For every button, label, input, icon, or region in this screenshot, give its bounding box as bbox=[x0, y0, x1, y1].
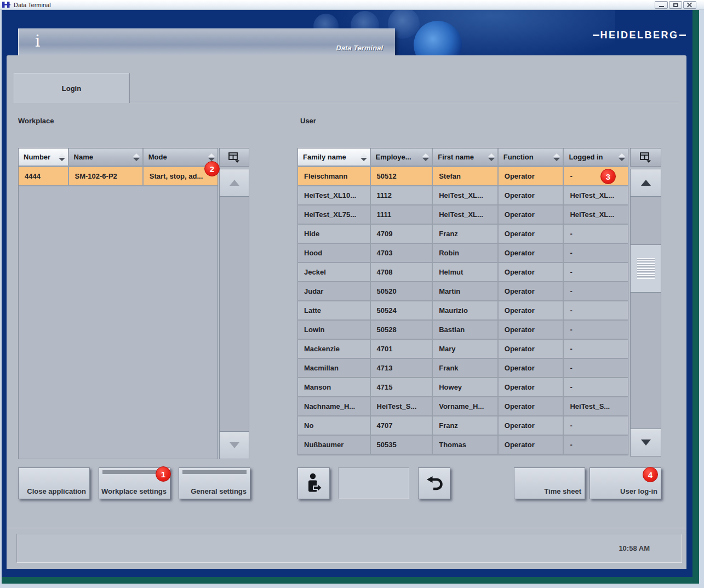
table-row[interactable]: Manson4715HoweyOperator- bbox=[298, 378, 628, 397]
disabled-input-field bbox=[338, 467, 409, 499]
maximize-icon bbox=[673, 3, 678, 7]
sort-icon bbox=[56, 153, 65, 161]
scroll-down-button[interactable] bbox=[631, 429, 661, 456]
close-button[interactable] bbox=[683, 1, 696, 9]
main-panel: Login Workplace User NumberNameMode 4444… bbox=[7, 55, 686, 528]
table-cell: Mary bbox=[433, 340, 499, 358]
table-row[interactable]: HeiTest_XL10...1112HeiTest_XL...Operator… bbox=[298, 186, 628, 205]
table-cell: Operator bbox=[499, 321, 564, 339]
maximize-button[interactable] bbox=[669, 1, 682, 9]
user-logout-icon bbox=[305, 473, 323, 494]
table-cell: Operator bbox=[499, 225, 564, 243]
undo-button[interactable] bbox=[418, 467, 450, 499]
column-header-employe[interactable]: Employe... bbox=[371, 149, 433, 165]
column-header-number[interactable]: Number bbox=[19, 149, 69, 165]
column-header-name[interactable]: Name bbox=[69, 149, 144, 165]
column-header-label: Family name bbox=[303, 153, 346, 161]
table-row[interactable]: No4707FranzOperator- bbox=[298, 416, 628, 436]
scroll-track[interactable] bbox=[220, 197, 249, 431]
tab-login[interactable]: Login bbox=[14, 73, 130, 103]
table-row[interactable]: Jeckel4708HelmutOperator- bbox=[298, 263, 628, 282]
scroll-up-button[interactable] bbox=[220, 169, 249, 197]
user-card-button[interactable] bbox=[297, 467, 330, 499]
close-application-button[interactable]: Close application bbox=[18, 467, 90, 499]
table-cell: - bbox=[564, 301, 628, 319]
workplace-table-scrollbar bbox=[219, 148, 249, 459]
table-cell: Operator bbox=[499, 416, 564, 435]
minimize-icon bbox=[659, 6, 664, 7]
table-cell: Macmillan bbox=[298, 359, 371, 377]
scroll-thumb[interactable] bbox=[631, 244, 661, 293]
sort-icon bbox=[616, 153, 625, 161]
scroll-down-icon bbox=[641, 439, 651, 446]
table-cell: 50528 bbox=[371, 321, 433, 339]
minimize-button[interactable] bbox=[655, 1, 668, 9]
table-cell: Franz bbox=[433, 416, 499, 435]
table-cell: 50524 bbox=[371, 301, 433, 319]
brand-text: HEIDELBERG bbox=[600, 30, 678, 41]
user-section-label: User bbox=[300, 117, 316, 125]
table-row[interactable]: Hood4703RobinOperator- bbox=[298, 244, 628, 263]
table-cell: 4713 bbox=[371, 359, 433, 377]
table-cell: HeiTest_XL... bbox=[433, 205, 499, 224]
table-row[interactable]: Fleischmann50512StefanOperator- bbox=[298, 167, 628, 186]
user-column-config-button[interactable] bbox=[630, 148, 661, 167]
table-cell: - bbox=[564, 359, 628, 377]
table-row[interactable]: Macmillan4713FrankOperator- bbox=[298, 359, 628, 378]
scroll-track[interactable] bbox=[631, 197, 661, 429]
table-cell: SM-102-6-P2 bbox=[69, 167, 144, 185]
table-cell: Thomas bbox=[433, 436, 499, 454]
table-cell: - bbox=[564, 244, 628, 262]
column-header-label: Function bbox=[503, 153, 534, 161]
table-cell: Jeckel bbox=[298, 263, 371, 281]
info-icon: i bbox=[35, 33, 40, 49]
table-row[interactable]: Lowin50528BastianOperator- bbox=[298, 321, 628, 340]
table-cell: Operator bbox=[499, 301, 564, 319]
scroll-up-button[interactable] bbox=[631, 169, 661, 197]
window-titlebar[interactable]: Data Terminal bbox=[0, 0, 704, 10]
column-header-logged-in[interactable]: Logged in bbox=[564, 149, 628, 165]
scroll-down-button[interactable] bbox=[220, 431, 249, 459]
table-cell: Lowin bbox=[298, 321, 371, 339]
scroll-down-icon bbox=[230, 442, 239, 448]
table-row[interactable]: HeiTest_XL75...1111HeiTest_XL...Operator… bbox=[298, 205, 628, 225]
table-row[interactable]: 4444SM-102-6-P2Start, stop, ad... bbox=[19, 167, 218, 186]
column-header-function[interactable]: Function bbox=[499, 149, 564, 165]
sort-icon bbox=[486, 153, 495, 161]
status-bar: 10:58 AM bbox=[16, 534, 682, 563]
table-row[interactable]: Latte50524MaurizioOperator- bbox=[298, 301, 628, 321]
table-cell: Nußbaumer bbox=[298, 436, 371, 454]
callout-badge-1: 1 bbox=[156, 466, 171, 482]
table-row[interactable]: Hide4709FranzOperator- bbox=[298, 225, 628, 244]
table-row[interactable]: Judar50520MartinOperator- bbox=[298, 282, 628, 301]
table-cell: HeiTest_XL... bbox=[564, 186, 628, 204]
table-cell: HeiTest_S... bbox=[371, 397, 433, 415]
workplace-section-label: Workplace bbox=[18, 117, 54, 125]
table-cell: Hood bbox=[298, 244, 371, 262]
column-config-icon bbox=[228, 152, 241, 163]
sort-icon bbox=[551, 153, 560, 161]
table-cell: HeiTest_XL75... bbox=[298, 205, 371, 224]
table-cell: - bbox=[564, 167, 628, 185]
callout-badge-2: 2 bbox=[204, 161, 220, 176]
column-header-first-name[interactable]: First name bbox=[433, 149, 499, 165]
table-cell: Operator bbox=[499, 263, 564, 281]
table-cell: Nachname_H... bbox=[298, 397, 371, 415]
general-settings-button[interactable]: General settings bbox=[179, 467, 250, 499]
menu-bar-indicator bbox=[182, 470, 247, 474]
teal-edge-bottom bbox=[2, 577, 699, 584]
heidelberg-logo: HEIDELBERG bbox=[593, 28, 686, 42]
table-row[interactable]: Nachname_H...HeiTest_S...Vorname_H...Ope… bbox=[298, 397, 628, 416]
column-header-label: First name bbox=[438, 153, 474, 161]
table-cell: 50520 bbox=[371, 282, 433, 300]
table-cell: Howey bbox=[433, 378, 499, 396]
table-cell: Operator bbox=[499, 359, 564, 377]
table-cell: Fleischmann bbox=[298, 167, 371, 185]
table-row[interactable]: Nußbaumer50535ThomasOperator- bbox=[298, 436, 628, 455]
time-sheet-button[interactable]: Time sheet bbox=[514, 467, 585, 499]
workplace-column-config-button[interactable] bbox=[219, 148, 249, 167]
callout-badge-3: 3 bbox=[600, 169, 616, 184]
column-header-family-name[interactable]: Family name bbox=[298, 149, 371, 165]
sort-icon bbox=[206, 153, 215, 161]
table-row[interactable]: Mackenzie4701MaryOperator- bbox=[298, 340, 628, 359]
